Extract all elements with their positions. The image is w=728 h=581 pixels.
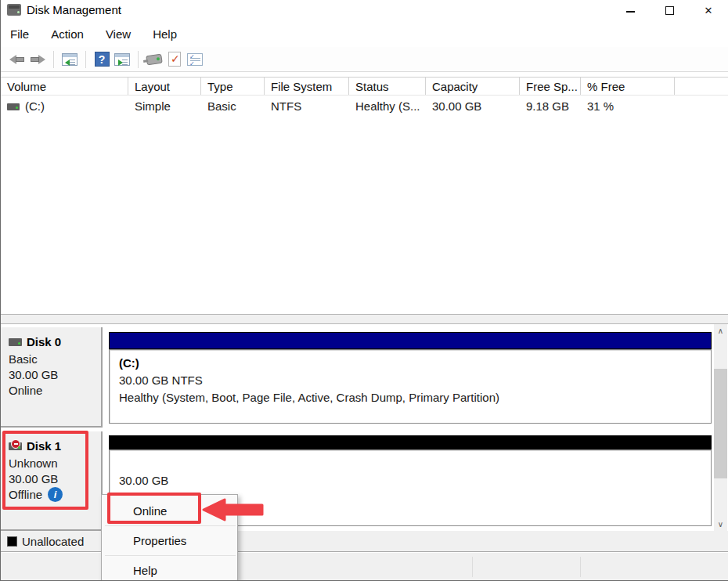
file-system-cell: NTFS	[265, 97, 349, 116]
capacity-cell: 30.00 GB	[426, 97, 520, 116]
partition-size: 30.00 GB NTFS	[119, 372, 711, 389]
maximize-icon	[665, 6, 674, 15]
column-header-type[interactable]: Type	[201, 78, 265, 95]
toolbar-separator	[138, 51, 139, 68]
column-header-percent-free[interactable]: % Free	[581, 78, 675, 95]
volume-table-header: Volume Layout Type File System Status Ca…	[1, 77, 728, 96]
scroll-up-icon[interactable]: ∧	[714, 324, 727, 337]
annotation-rect-online	[107, 493, 201, 524]
disk0-name: Disk 0	[27, 335, 61, 348]
column-header-capacity[interactable]: Capacity	[426, 78, 520, 95]
console-tree-icon	[62, 53, 77, 66]
column-header-volume[interactable]: Volume	[1, 78, 128, 95]
check-disk-icon	[168, 52, 181, 67]
app-icon	[7, 4, 21, 16]
menu-help[interactable]: Help	[153, 27, 177, 41]
layout-cell: Simple	[128, 97, 201, 116]
scrollbar-thumb[interactable]	[714, 369, 727, 478]
disk0-partition-stripe	[109, 332, 712, 349]
column-header-free-space[interactable]: Free Sp...	[520, 78, 581, 95]
back-icon	[9, 55, 25, 64]
type-cell: Basic	[201, 97, 265, 116]
context-menu-item-properties[interactable]: Properties	[103, 528, 236, 554]
toolbar: ?	[1, 47, 728, 72]
pane-splitter[interactable]	[1, 314, 728, 324]
properties-list-button[interactable]	[185, 50, 205, 69]
partition-health: Healthy (System, Boot, Page File, Active…	[119, 389, 711, 406]
vertical-scrollbar[interactable]: ∧ ∨	[714, 324, 727, 531]
menu-file[interactable]: File	[10, 27, 29, 41]
menu-view[interactable]: View	[106, 27, 131, 41]
disk0-partition-block[interactable]: (C:) 30.00 GB NTFS Healthy (System, Boot…	[109, 349, 712, 424]
disk0-status: Online	[9, 383, 101, 399]
free-space-cell: 9.18 GB	[520, 97, 581, 116]
rescan-disks-icon	[146, 53, 162, 65]
unallocated-size: 30.00 GB	[119, 472, 711, 489]
status-bar-divider	[580, 557, 581, 577]
disk0-label-panel[interactable]: Disk 0 Basic 30.00 GB Online	[1, 327, 103, 428]
action-pane-icon	[114, 53, 130, 66]
menu-separator	[105, 525, 236, 526]
menu-separator	[105, 555, 236, 556]
menu-action[interactable]: Action	[51, 27, 84, 41]
partition-label: (C:)	[119, 356, 711, 370]
menu-bar: File Action View Help	[1, 22, 728, 45]
context-menu-item-help[interactable]: Help	[103, 558, 236, 581]
forward-icon	[30, 55, 45, 64]
column-header-status[interactable]: Status	[349, 78, 426, 95]
action-pane-button[interactable]	[112, 50, 132, 69]
status-cell: Healthy (S...	[349, 97, 426, 116]
disk0-type: Basic	[9, 352, 101, 367]
rescan-disks-button[interactable]	[144, 50, 164, 69]
table-row[interactable]: (C:) Simple Basic NTFS Healthy (S... 30.…	[1, 97, 728, 116]
percent-free-cell: 31 %	[581, 97, 675, 116]
check-disk-button[interactable]	[164, 50, 185, 69]
disk-management-window: Disk Management ✕ File Action View Help …	[0, 0, 728, 581]
scrollbar-track[interactable]	[714, 337, 727, 518]
drive-icon	[7, 103, 20, 110]
toolbar-separator	[53, 51, 54, 68]
help-button[interactable]: ?	[92, 50, 112, 69]
console-tree-button[interactable]	[59, 50, 80, 69]
annotation-arrow	[201, 496, 265, 524]
minimize-button[interactable]	[611, 0, 650, 20]
disk-icon	[9, 338, 22, 346]
scroll-down-icon[interactable]: ∨	[714, 518, 727, 531]
minimize-icon	[626, 11, 635, 13]
column-header-layout[interactable]: Layout	[128, 78, 201, 95]
properties-list-icon	[187, 53, 203, 66]
disk1-unallocated-stripe	[109, 435, 712, 449]
forward-button[interactable]	[27, 50, 48, 69]
legend-label-unallocated: Unallocated	[22, 535, 84, 548]
toolbar-separator	[85, 51, 86, 68]
back-button[interactable]	[7, 50, 27, 69]
help-icon: ?	[95, 52, 110, 67]
status-bar-divider	[472, 557, 473, 577]
close-icon: ✕	[705, 5, 713, 16]
column-header-file-system[interactable]: File System	[265, 78, 349, 95]
title-bar: Disk Management ✕	[1, 0, 728, 20]
annotation-rect-disk1	[2, 431, 88, 510]
volume-cell: (C:)	[1, 97, 128, 116]
window-title: Disk Management	[27, 3, 121, 16]
unallocated-swatch	[7, 536, 17, 547]
column-header-filler	[675, 78, 728, 95]
disk0-size: 30.00 GB	[9, 367, 101, 383]
close-button[interactable]: ✕	[689, 0, 728, 20]
maximize-button[interactable]	[650, 0, 689, 20]
